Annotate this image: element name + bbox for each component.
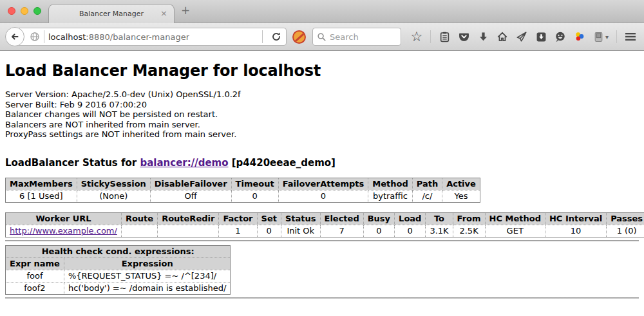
urlbar-separator [44, 30, 44, 43]
col-hc-interval: HC Interval [545, 212, 606, 225]
cell-expr-name: foof [6, 270, 64, 282]
send-tab-button[interactable] [513, 28, 531, 46]
url-path: :8880/balancer-manager [86, 32, 189, 42]
col-routeredir: RouteRedir [158, 212, 219, 225]
server-built-line: Server Built: Feb 9 2016 07:00:20 [5, 100, 639, 110]
col-set: Set [257, 212, 281, 225]
server-version-line: Server Version: Apache/2.5.0-dev (Unix) … [5, 89, 639, 100]
col-path: Path [412, 178, 442, 190]
browser-window: Balancer Manager × + localhost:8880/bala… [0, 0, 644, 316]
search-input[interactable] [330, 32, 394, 42]
reload-button[interactable] [267, 28, 285, 46]
downloads-button[interactable] [474, 28, 492, 46]
feedback-smiley-button[interactable] [551, 28, 569, 46]
pocket-button[interactable] [455, 28, 473, 46]
hamburger-icon [625, 32, 636, 41]
cell-method: bytraffic [368, 190, 412, 202]
cell-routeredir [158, 225, 219, 237]
globe-icon [30, 32, 40, 42]
colored-dots-extension-button[interactable] [571, 28, 589, 46]
pocket-icon [459, 32, 469, 42]
home-icon [497, 31, 508, 42]
paper-plane-icon [516, 31, 527, 42]
cell-busy: 0 [363, 225, 394, 237]
clipboard-icon [439, 32, 450, 42]
cell-expression: %{REQUEST_STATUS} =~ /^[234]/ [64, 270, 231, 282]
proxypass-warning-line: ProxyPass settings are NOT inherited fro… [5, 129, 639, 140]
divider [5, 240, 639, 241]
download-arrow-icon [478, 32, 489, 42]
tab-close-icon[interactable]: × [160, 8, 167, 19]
extension-download-button[interactable] [532, 28, 550, 46]
cell-path: /c/ [412, 190, 442, 202]
bookmarks-list-button[interactable] [435, 28, 453, 46]
cell-route [121, 225, 157, 237]
col-failoverattempts: FailoverAttempts [278, 178, 368, 190]
worker-table: Worker URL Route RouteRedir Factor Set S… [5, 212, 644, 237]
worker-url-link[interactable]: http://www.example.com/ [10, 226, 117, 236]
cell-hc-method: GET [485, 225, 545, 237]
toolbar-separator [430, 30, 431, 43]
status-heading-suffix: [p4420eeae_demo] [229, 157, 336, 169]
col-disablefailover: DisableFailover [150, 178, 231, 190]
cell-expression: hc('body') =~ /domain is established/ [64, 282, 231, 294]
col-maxmembers: MaxMembers [6, 178, 77, 190]
cell-from: 2.5K [453, 225, 485, 237]
url-input[interactable]: localhost:8880/balancer-manager [48, 32, 189, 42]
balancer-demo-link[interactable]: balancer://demo [140, 157, 228, 169]
col-factor: Factor [219, 212, 257, 225]
col-worker-url: Worker URL [6, 212, 122, 225]
browser-tab[interactable]: Balancer Manager × [48, 4, 175, 23]
table-title-row: Health check cond. expressions: [6, 245, 231, 257]
balancer-summary-table: MaxMembers StickySession DisableFailover… [5, 178, 480, 203]
col-expression: Expression [64, 257, 231, 270]
search-icon [317, 32, 327, 42]
traffic-lights [8, 7, 41, 15]
navigation-toolbar: localhost:8880/balancer-manager ☆ [0, 23, 644, 51]
col-passes: Passes [607, 212, 644, 225]
table-header-row: Expr name Expression [6, 257, 231, 270]
col-status: Status [281, 212, 320, 225]
content-blocked-icon[interactable] [292, 30, 306, 44]
cell-factor: 1 [219, 225, 257, 237]
tiles-extension-button[interactable] [641, 28, 644, 46]
colored-dots-icon [574, 31, 585, 42]
star-icon: ☆ [411, 30, 423, 43]
container-icon [593, 32, 604, 42]
cell-maxmembers: 6 [1 Used] [6, 190, 77, 202]
cell-active: Yes [442, 190, 480, 202]
cell-set: 0 [257, 225, 281, 237]
cell-to: 3.1K [426, 225, 453, 237]
smiley-icon [554, 31, 566, 42]
cell-elected: 7 [320, 225, 363, 237]
page-title: Load Balancer Manager for localhost [5, 62, 639, 80]
menu-button[interactable] [621, 28, 639, 46]
col-to: To [426, 212, 453, 225]
server-info: Server Version: Apache/2.5.0-dev (Unix) … [5, 89, 639, 140]
url-bar[interactable]: localhost:8880/balancer-manager [15, 28, 287, 46]
home-button[interactable] [493, 28, 511, 46]
cell-worker-url: http://www.example.com/ [6, 225, 122, 237]
chevron-down-icon: ▾ [605, 33, 609, 41]
close-window-button[interactable] [8, 7, 15, 15]
col-route: Route [121, 212, 157, 225]
loadbalancer-status-heading: LoadBalancer Status for balancer://demo … [5, 157, 639, 169]
container-extension-button[interactable]: ▾ [590, 28, 612, 46]
back-button[interactable] [5, 27, 24, 46]
inherit-warning-line: Balancers are NOT inherited from main se… [5, 120, 639, 130]
zoom-window-button[interactable] [33, 7, 41, 15]
new-tab-button[interactable]: + [181, 4, 190, 17]
back-arrow-icon [10, 32, 20, 42]
square-download-icon [536, 32, 547, 42]
cell-load: 0 [395, 225, 426, 237]
search-box[interactable] [312, 28, 401, 46]
urlbar-separator [262, 30, 263, 43]
col-busy: Busy [363, 212, 394, 225]
bookmark-star-button[interactable]: ☆ [408, 28, 426, 46]
titlebar: Balancer Manager × + [0, 0, 644, 23]
table-header-row: Worker URL Route RouteRedir Factor Set S… [6, 212, 644, 225]
status-heading-prefix: LoadBalancer Status for [5, 157, 140, 169]
col-elected: Elected [320, 212, 363, 225]
minimize-window-button[interactable] [21, 7, 28, 15]
cell-disablefailover: Off [150, 190, 231, 202]
